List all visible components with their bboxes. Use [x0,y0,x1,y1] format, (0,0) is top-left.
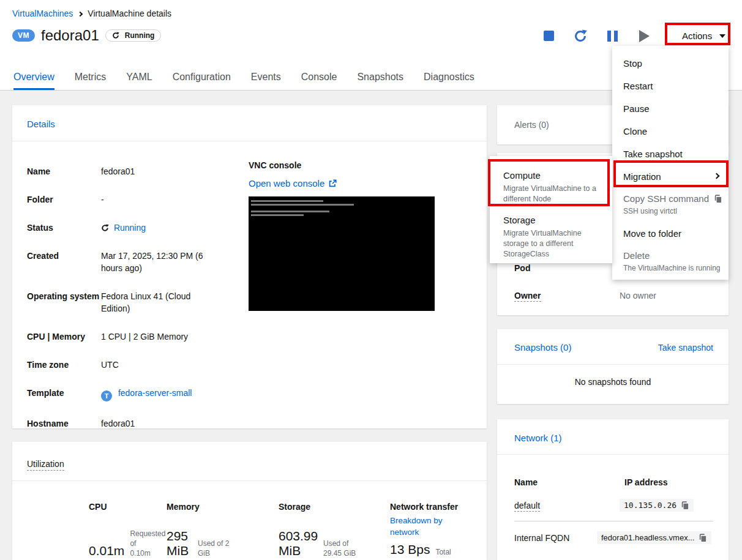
tab-diagnostics[interactable]: Diagnostics [424,67,474,90]
status-running-link[interactable]: Running [114,223,146,233]
copy-icon[interactable] [681,501,689,510]
network-name-default[interactable]: default [514,501,540,512]
stop-button[interactable] [533,29,564,43]
field-label: Time zone [27,359,101,371]
sync-icon [101,224,109,232]
cpu-metric-value: 0.01m [89,543,124,558]
pause-icon [607,31,618,42]
network-metric-sub: Total [435,547,451,557]
field-value: fedora01 [101,165,223,177]
actions-dropdown-button[interactable]: Actions [676,28,732,43]
network-table-header: Name IP address [514,477,668,487]
tab-console[interactable]: Console [301,67,337,90]
utilization-cpu: CPU 0.01m Requested of 0.10m [89,502,156,558]
field-row-folder: Folder - [27,193,247,206]
field-label: CPU | Memory [27,330,101,343]
tab-metrics[interactable]: Metrics [75,67,107,90]
field-value: Fedora Linux 41 (Cloud Edition) [101,290,205,315]
menu-item-migration[interactable]: Migration [612,165,729,188]
field-value: - [101,193,223,206]
field-row-created: Created Mar 17, 2025, 12:30 PM (6 hours … [27,250,247,274]
status-badge-label: Running [125,31,155,40]
menu-item-take-snapshot[interactable]: Take snapshot [612,143,729,165]
cpu-metric-sub: Requested of 0.10m [130,529,156,558]
field-value: Mar 17, 2025, 12:30 PM (6 hours ago) [101,250,219,274]
vnc-console-block: VNC console Open web console [249,160,435,311]
breadcrumb-current: VirtualMachine details [88,9,171,18]
utilization-storage: Storage 603.99 MiB Used of 29.45 GiB [279,502,361,558]
field-value: 1 CPU | 2 GiB Memory [101,330,223,343]
menu-item-move-to-folder[interactable]: Move to folder [612,222,729,245]
storage-metric-name: Storage [279,502,361,512]
status-badge[interactable]: Running [105,29,162,42]
field-row-hostname: Hostname fedora01 [27,417,247,430]
submenu-item-compute[interactable]: Compute Migrate VirtualMachine to a diff… [490,166,612,211]
console-text-line [251,204,354,206]
network-row-default: default 10.135.0.26 [514,499,694,512]
open-web-console-link[interactable]: Open web console [249,178,435,189]
menu-item-stop[interactable]: Stop [612,52,729,75]
actions-dropdown-label: Actions [682,31,712,41]
tab-overview[interactable]: Overview [13,67,54,90]
tab-configuration[interactable]: Configuration [173,67,231,90]
memory-metric-sub: Used of 2 GiB [198,539,230,558]
details-card: Details Name fedora01 Folder - Status Ru… [12,105,487,428]
delete-description: The VirtualMachine is running [623,263,729,273]
details-card-title[interactable]: Details [27,119,55,129]
snapshots-card-title[interactable]: Snapshots (0) [514,342,571,353]
menu-item-clone[interactable]: Clone [612,120,729,143]
network-card-title[interactable]: Network (1) [514,433,562,443]
field-row-os: Operating system Fedora Linux 41 (Cloud … [27,290,247,315]
submenu-item-storage[interactable]: Storage Migrate VirtualMachine storage t… [490,211,612,266]
menu-item-copy-ssh-command[interactable]: Copy SSH command SSH using virtctl [612,188,729,222]
external-link-icon [328,179,337,188]
field-row-name: Name fedora01 [27,165,247,177]
tab-events[interactable]: Events [251,67,281,90]
tab-yaml[interactable]: YAML [126,67,152,90]
console-text-line [251,211,329,212]
memory-metric-name: Memory [167,502,230,512]
vm-controls-toolbar: Actions [533,28,732,43]
field-row-status: Status Running [27,222,247,234]
alerts-card-title[interactable]: Alerts (0) [514,120,549,130]
pause-button[interactable] [596,29,628,43]
restart-button[interactable] [564,29,596,43]
breakdown-by-network-link[interactable]: Breakdown by network [390,515,457,538]
storage-label: Storage [503,214,600,226]
cpu-metric-name: CPU [89,502,156,512]
ip-address-value: 10.135.0.26 [624,501,676,510]
snapshots-card-header: Snapshots (0) Take snapshot [514,342,713,353]
breadcrumb-virtualmachines-link[interactable]: VirtualMachines [12,9,73,18]
field-label: Template [27,387,101,401]
storage-metric-sub: Used of 29.45 GiB [323,539,361,558]
details-field-list: Name fedora01 Folder - Status Running Cr… [27,165,247,446]
vnc-console-screen[interactable] [249,196,435,311]
template-link[interactable]: fedora-server-small [118,388,192,398]
vnc-console-title: VNC console [249,160,435,170]
divider [12,141,487,141]
submenu-arrow-icon [714,173,720,179]
copy-ssh-description: SSH using virtctl [623,206,729,216]
play-button[interactable] [628,29,660,43]
network-metric-name: Network transfer [390,502,458,512]
menu-item-delete[interactable]: Delete The VirtualMachine is running [612,245,729,279]
copy-icon[interactable] [699,534,707,542]
caret-down-icon [719,34,725,38]
owner-label[interactable]: Owner [514,291,541,302]
open-web-console-label: Open web console [249,178,324,189]
menu-item-pause[interactable]: Pause [612,97,729,120]
compute-label: Compute [503,170,600,182]
network-card: Network (1) Name IP address default 10.1… [497,419,729,560]
take-snapshot-link[interactable]: Take snapshot [658,343,713,353]
play-icon [639,30,650,42]
breadcrumb-chevron-icon [78,11,83,16]
page-title: fedora01 [41,27,99,44]
network-col-name: Name [514,477,624,487]
utilization-title[interactable]: Utilization [27,459,64,471]
field-row-cpu-memory: CPU | Memory 1 CPU | 2 GiB Memory [27,330,247,343]
tab-snapshots[interactable]: Snapshots [357,67,403,90]
sync-icon [112,32,119,39]
menu-item-restart[interactable]: Restart [612,75,729,97]
divider [497,454,729,455]
field-value: UTC [101,359,223,371]
